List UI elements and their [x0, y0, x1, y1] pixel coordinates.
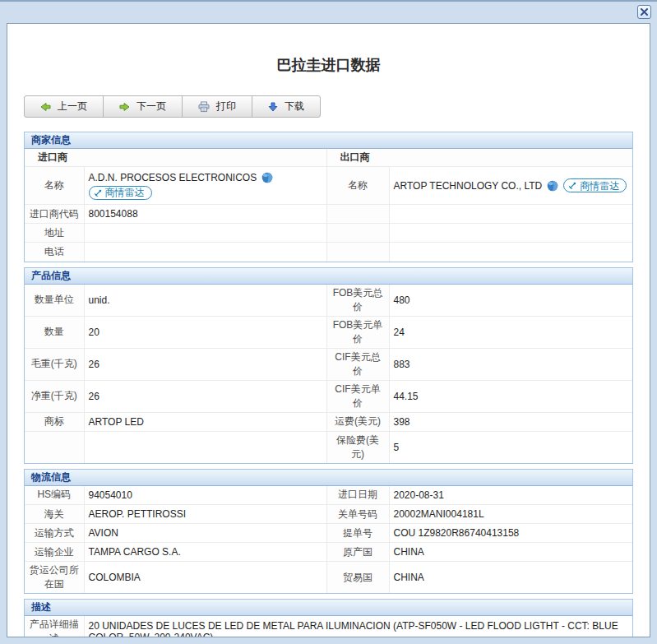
business-radar-label: 商情雷达 — [580, 179, 619, 192]
field-label: 原产国 — [326, 543, 389, 562]
field-label: CIF美元单价 — [326, 380, 389, 412]
product-table: 数量单位 unid. FOB美元总价 480 数量 20 FOB美元单价 24 … — [25, 285, 632, 463]
field-label: HS编码 — [25, 486, 84, 505]
field-label: FOB美元总价 — [326, 285, 389, 317]
next-page-label: 下一页 — [136, 100, 166, 114]
table-row: 运输企业 TAMPA CARGO S.A. 原产国 CHINA — [25, 543, 632, 562]
field-value: CHINA — [389, 562, 632, 594]
field-value — [84, 224, 326, 243]
merchant-group-header-row: 进口商 出口商 — [25, 149, 632, 167]
business-radar-badge[interactable]: 商情雷达 — [89, 186, 152, 200]
table-row: 海关 AEROP. PETTIROSSI 关单号码 20002MANI00418… — [25, 505, 632, 524]
field-label: 贸易国 — [326, 562, 389, 594]
field-label: 进口商代码 — [25, 205, 84, 224]
arrow-right-icon — [119, 102, 130, 112]
logistics-table: HS编码 94054010 进口日期 2020-08-31 海关 AEROP. … — [25, 486, 632, 594]
field-value: COU 1Z9820R86740413158 — [389, 524, 632, 543]
prev-page-button[interactable]: 上一页 — [24, 95, 104, 118]
radar-icon — [568, 181, 577, 190]
field-label — [326, 243, 389, 262]
field-value: 20 — [84, 316, 326, 348]
table-row: 电话 — [25, 243, 632, 262]
field-label: CIF美元总价 — [326, 348, 389, 380]
download-label: 下载 — [285, 100, 304, 114]
table-row: 保险费(美元) 5 — [25, 431, 632, 463]
section-merchant: 商家信息 进口商 出口商 名称 A.D.N. PROCESOS ELECTRON… — [24, 132, 633, 262]
page-title: 巴拉圭进口数据 — [7, 55, 650, 72]
importer-name-cell: A.D.N. PROCESOS ELECTRONICOS — [84, 167, 326, 205]
field-value: CHINA — [389, 543, 632, 562]
field-label: 货运公司所在国 — [25, 562, 84, 594]
field-label: 运输企业 — [25, 543, 84, 562]
print-button[interactable]: 打印 — [182, 95, 252, 118]
field-value — [389, 224, 632, 243]
table-row: 毛重(千克) 26 CIF美元总价 883 — [25, 348, 632, 380]
section-logistics-title: 物流信息 — [25, 470, 632, 486]
section-description-title: 描述 — [25, 600, 632, 616]
table-row: 产品详细描述 20 UNIDADES DE LUCES DE LED DE ME… — [25, 616, 632, 637]
table-row: 运输方式 AVION 提单号 COU 1Z9820R86740413158 — [25, 524, 632, 543]
table-row: 进口商代码 800154088 — [25, 205, 632, 224]
exporter-name: ARTOP TECHNOLOGY CO., LTD — [394, 179, 543, 192]
field-label: FOB美元单价 — [326, 316, 389, 348]
field-label: 净重(千克) — [25, 380, 84, 412]
globe-icon[interactable] — [261, 172, 273, 183]
field-value: 94054010 — [84, 486, 326, 505]
print-label: 打印 — [216, 100, 236, 114]
field-value: TAMPA CARGO S.A. — [84, 543, 326, 562]
field-label: 毛重(千克) — [25, 348, 84, 380]
field-label — [326, 205, 389, 224]
field-label: 产品详细描述 — [25, 616, 84, 637]
dialog-content: 巴拉圭进口数据 上一页 下一页 — [7, 23, 650, 637]
close-button[interactable] — [637, 5, 651, 19]
arrow-left-icon — [40, 102, 51, 112]
table-row: 数量 20 FOB美元单价 24 — [25, 316, 632, 348]
section-product-title: 产品信息 — [25, 268, 632, 285]
field-value: 26 — [84, 380, 326, 412]
exporter-name-cell: ARTOP TECHNOLOGY CO., LTD — [389, 167, 632, 205]
field-label: 海关 — [25, 505, 84, 524]
field-value: 20002MANI004181L — [389, 505, 632, 524]
field-label: 运费(美元) — [326, 412, 389, 431]
exporter-name-label: 名称 — [326, 167, 389, 205]
field-label: 数量 — [25, 316, 84, 348]
field-value: unid. — [84, 285, 326, 317]
field-value: 5 — [389, 431, 632, 463]
field-value: COLOMBIA — [84, 562, 326, 594]
field-label: 运输方式 — [25, 524, 84, 543]
field-label: 保险费(美元) — [326, 431, 389, 463]
field-value: 24 — [389, 316, 632, 348]
field-label: 提单号 — [326, 524, 389, 543]
importer-name-label: 名称 — [25, 167, 84, 205]
close-icon — [641, 8, 648, 16]
table-row: 名称 A.D.N. PROCESOS ELECTRONICOS — [25, 167, 632, 205]
field-value: 44.15 — [389, 380, 632, 412]
exporter-group-header: 出口商 — [326, 149, 632, 167]
table-row: 数量单位 unid. FOB美元总价 480 — [25, 285, 632, 317]
field-value: ARTOP LED — [84, 412, 326, 431]
table-row: HS编码 94054010 进口日期 2020-08-31 — [25, 486, 632, 505]
download-button[interactable]: 下载 — [252, 95, 321, 118]
description-table: 产品详细描述 20 UNIDADES DE LUCES DE LED DE ME… — [25, 616, 632, 637]
field-value: 398 — [389, 412, 632, 431]
merchant-table: 进口商 出口商 名称 A.D.N. PROCESOS ELECTRONICOS — [25, 149, 632, 262]
field-label: 电话 — [25, 243, 84, 262]
arrow-down-icon — [268, 102, 278, 112]
table-row: 商标 ARTOP LED 运费(美元) 398 — [25, 412, 632, 431]
next-page-button[interactable]: 下一页 — [103, 95, 183, 118]
section-merchant-title: 商家信息 — [25, 132, 632, 149]
field-value: 2020-08-31 — [389, 486, 632, 505]
section-description: 描述 产品详细描述 20 UNIDADES DE LUCES DE LED DE… — [24, 599, 633, 637]
printer-icon — [198, 101, 210, 113]
field-label — [25, 431, 84, 463]
business-radar-badge[interactable]: 商情雷达 — [563, 178, 627, 192]
field-value — [84, 431, 326, 463]
table-row: 货运公司所在国 COLOMBIA 贸易国 CHINA — [25, 562, 632, 594]
field-value: 883 — [389, 348, 632, 380]
globe-icon[interactable] — [547, 180, 558, 192]
field-label: 地址 — [25, 224, 84, 243]
field-label: 关单号码 — [326, 505, 389, 524]
toolbar: 上一页 下一页 打印 — [24, 95, 321, 118]
field-label: 商标 — [25, 412, 84, 431]
field-value: 800154088 — [84, 205, 326, 224]
